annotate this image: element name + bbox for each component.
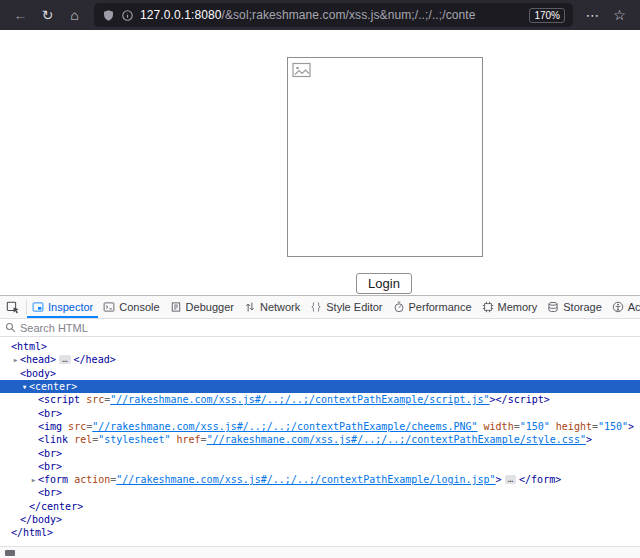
tab-label: Network [260, 301, 300, 313]
markup-row[interactable]: </center> [0, 500, 640, 513]
markup-row[interactable]: <br> [0, 406, 640, 419]
memory-icon [482, 301, 494, 313]
markup-row[interactable]: </body> [0, 513, 640, 526]
zoom-indicator[interactable]: 170% [529, 8, 565, 23]
site-info-icon[interactable] [121, 9, 134, 22]
tab-label: Memory [498, 301, 538, 313]
home-icon[interactable]: ⌂ [62, 4, 87, 26]
token-attr: width [478, 421, 514, 432]
collapsed-children-ellipsis[interactable]: … [59, 355, 70, 364]
tracking-protection-shield-icon[interactable] [102, 9, 115, 22]
url-host: 127.0.0.1:8080 [140, 8, 221, 22]
token-tag: > [496, 474, 502, 485]
markup-row[interactable]: <br> [0, 460, 640, 473]
markup-row[interactable]: <body> [0, 367, 640, 380]
token-attr: rel [68, 434, 92, 445]
token-tag: </head> [74, 354, 116, 365]
token-tag: <head> [20, 354, 56, 365]
url-path: /&sol;rakeshmane.com/xss.js&num;/..;/..;… [221, 8, 475, 22]
token-val: "150" [598, 421, 628, 432]
performance-icon [393, 301, 405, 313]
url-bar[interactable]: 127.0.0.1:8080/&sol;rakeshmane.com/xss.j… [95, 4, 572, 26]
token-tag: <br> [38, 487, 62, 498]
markup-row[interactable]: <br> [0, 446, 640, 459]
token-attr: src [62, 421, 86, 432]
token-tag: </html> [11, 527, 53, 538]
tab-debugger[interactable]: Debugger [165, 296, 239, 318]
console-icon [103, 301, 115, 313]
token-val: "150" [520, 421, 550, 432]
token-tag: </body> [20, 514, 62, 525]
tab-network[interactable]: Network [239, 296, 305, 318]
token-tag: <body> [20, 368, 56, 379]
token-val: "stylesheet" [98, 434, 170, 445]
token-link[interactable]: "//rakeshmane.com/xss.js#/..;/..;/contex… [110, 394, 489, 405]
styleeditor-icon [310, 301, 322, 313]
markup-row[interactable]: <html> [0, 340, 640, 353]
accessibility-icon [612, 301, 624, 313]
twisty-collapsed-icon[interactable]: ▶ [29, 476, 38, 483]
back-icon[interactable]: ← [8, 4, 33, 26]
token-link[interactable]: "//rakeshmane.com/xss.js#/..;/..;/contex… [207, 434, 586, 445]
token-tag: <link [38, 434, 68, 445]
token-tag: </center> [29, 501, 83, 512]
search-input[interactable] [20, 322, 635, 334]
tab-accessibility[interactable]: Accessibility [607, 296, 640, 318]
token-tag: <html> [11, 341, 47, 352]
tab-storage[interactable]: Storage [542, 296, 607, 318]
tab-console[interactable]: Console [98, 296, 164, 318]
tab-label: Console [119, 301, 159, 313]
collapsed-children-ellipsis[interactable]: … [505, 475, 516, 484]
markup-row[interactable]: <br> [0, 486, 640, 499]
tab-memory[interactable]: Memory [477, 296, 543, 318]
tab-styleeditor[interactable]: Style Editor [305, 296, 387, 318]
pick-element-icon[interactable] [0, 296, 26, 318]
tab-inspector[interactable]: Inspector [27, 296, 98, 318]
token-tag: <br> [38, 461, 62, 472]
twisty-collapsed-icon[interactable]: ▶ [11, 356, 20, 363]
token-tag: <br> [38, 408, 62, 419]
browser-toolbar: ← ↻ ⌂ 127.0.0.1:8080/&sol;rakeshmane.com… [0, 0, 640, 30]
tab-label: Debugger [186, 301, 234, 313]
twisty-expanded-icon[interactable]: ▼ [20, 383, 29, 390]
markup-row[interactable]: <img src="//rakeshmane.com/xss.js#/..;/.… [0, 420, 640, 433]
token-attr: action [68, 474, 110, 485]
search-icon [5, 322, 16, 333]
markup-tree: <html>▶<head>…</head><body>▼<center><scr… [0, 337, 640, 546]
markup-row[interactable]: ▶<form action="//rakeshmane.com/xss.js#/… [0, 473, 640, 486]
token-link[interactable]: "//rakeshmane.com/xss.js#/..;/..;/contex… [116, 474, 495, 485]
token-tag: <script [38, 394, 80, 405]
breadcrumb-node-icon[interactable] [5, 550, 15, 556]
markup-row[interactable]: <script src="//rakeshmane.com/xss.js#/..… [0, 393, 640, 406]
tab-label: Storage [563, 301, 602, 313]
breadcrumbs-bar [0, 546, 640, 558]
tab-label: Inspector [48, 301, 93, 313]
markup-row[interactable]: ▶<head>…</head> [0, 353, 640, 366]
login-button[interactable]: Login [356, 273, 412, 294]
bookmark-star-icon[interactable]: ☆ [607, 4, 632, 26]
broken-image-icon [292, 62, 312, 82]
reload-icon[interactable]: ↻ [35, 4, 60, 26]
overflow-menu-icon[interactable]: ⋯ [580, 4, 605, 26]
token-tag: <form [38, 474, 68, 485]
markup-row[interactable]: <link rel="stylesheet" href="//rakeshman… [0, 433, 640, 446]
token-tag: > [628, 421, 634, 432]
inspector-icon [32, 301, 44, 313]
devtools-tabbar: InspectorConsoleDebuggerNetworkStyle Edi… [0, 296, 640, 319]
storage-icon [547, 301, 559, 313]
token-tag: ></script> [490, 394, 550, 405]
app-window: ← ↻ ⌂ 127.0.0.1:8080/&sol;rakeshmane.com… [0, 0, 640, 558]
token-link[interactable]: "//rakeshmane.com/xss.js#/..;/..;/contex… [92, 421, 477, 432]
broken-image [287, 57, 483, 257]
token-tag: </form> [519, 474, 561, 485]
devtools-panel: InspectorConsoleDebuggerNetworkStyle Edi… [0, 295, 640, 558]
markup-row[interactable]: </html> [0, 526, 640, 539]
token-attr: href [170, 434, 200, 445]
token-tag: > [586, 434, 592, 445]
page-viewport: Login [0, 30, 640, 295]
network-icon [244, 301, 256, 313]
token-tag: <center> [29, 381, 77, 392]
markup-row-selected[interactable]: ▼<center> [0, 380, 640, 393]
tab-performance[interactable]: Performance [388, 296, 477, 318]
url-text: 127.0.0.1:8080/&sol;rakeshmane.com/xss.j… [140, 8, 523, 22]
